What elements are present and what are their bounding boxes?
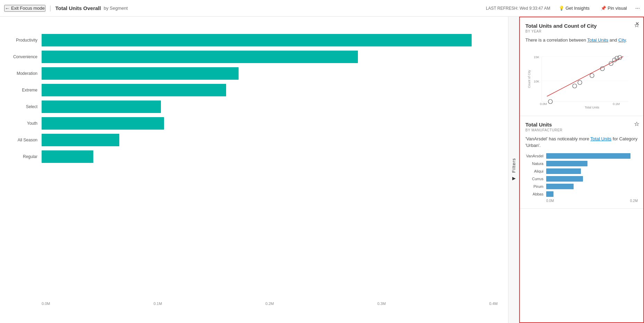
exit-focus-label: Exit Focus mode bbox=[11, 6, 45, 11]
svg-text:10K: 10K bbox=[534, 80, 539, 83]
mini-bar-label: Natura bbox=[525, 162, 546, 166]
x-tick: 0.3M bbox=[377, 302, 386, 306]
bar-container bbox=[42, 67, 498, 80]
x-tick: 0.4M bbox=[489, 302, 498, 306]
card1-highlight1: Total Units bbox=[587, 37, 608, 43]
svg-text:Count of City: Count of City bbox=[527, 70, 531, 88]
x-axis: 0.0M0.1M0.2M0.3M0.4M bbox=[10, 302, 498, 306]
bar-fill bbox=[42, 34, 472, 46]
mini-bar-container bbox=[546, 168, 638, 174]
card1-description: There is a correlation between Total Uni… bbox=[525, 37, 638, 44]
mini-bar-fill bbox=[546, 184, 574, 189]
last-refresh-label: LAST REFRESH: Wed 9:33:47 AM bbox=[486, 6, 550, 11]
bar-container bbox=[42, 117, 498, 130]
insights-panel: × Total Units and Count of City BY YEAR … bbox=[519, 17, 644, 323]
bar-row: Select bbox=[10, 101, 498, 113]
bar-row: Extreme bbox=[10, 84, 498, 96]
bar-label: Select bbox=[10, 104, 42, 109]
mini-bar-container bbox=[546, 161, 638, 166]
bar-label: Moderation bbox=[10, 71, 42, 76]
mini-bar-container bbox=[546, 153, 638, 159]
bar-chart-container: Productivity Convenience Moderation Extr… bbox=[10, 24, 498, 316]
card2-subtitle: BY MANUFACTURER bbox=[525, 128, 629, 132]
svg-point-13 bbox=[578, 80, 582, 85]
filters-sidebar[interactable]: ◀ Filters bbox=[508, 17, 519, 323]
bar-row: Regular bbox=[10, 150, 498, 163]
mini-bar-container bbox=[546, 184, 638, 189]
back-arrow-icon: ← bbox=[5, 6, 10, 11]
card1-subtitle: BY YEAR bbox=[525, 29, 629, 33]
bar-label: Extreme bbox=[10, 88, 42, 93]
card2-pin-button[interactable] bbox=[634, 122, 639, 128]
bar-container bbox=[42, 51, 498, 63]
more-options-button[interactable]: ··· bbox=[635, 5, 640, 11]
page-subtitle: by Segment bbox=[104, 6, 128, 11]
mini-bar-label: Pirum bbox=[525, 184, 546, 189]
header-right: LAST REFRESH: Wed 9:33:47 AM 💡 Get Insig… bbox=[486, 4, 640, 12]
bar-container bbox=[42, 150, 498, 163]
card2-title: Total Units bbox=[525, 122, 629, 128]
mini-bar-fill bbox=[546, 153, 630, 159]
mini-bar-row: Natura bbox=[525, 161, 638, 166]
chart-area: Productivity Convenience Moderation Extr… bbox=[0, 17, 508, 323]
mini-bar-row: Pirum bbox=[525, 184, 638, 189]
bar-row: Convenience bbox=[10, 51, 498, 63]
filter-icon: ◀ bbox=[511, 176, 516, 182]
header-separator: | bbox=[50, 5, 51, 12]
get-insights-button[interactable]: 💡 Get Insights bbox=[556, 4, 592, 12]
scatter-svg: Count of City 15K 10K Total Units 0.0M 0… bbox=[525, 48, 638, 110]
svg-text:0.0M: 0.0M bbox=[540, 102, 547, 106]
bar-label: All Season bbox=[10, 138, 42, 142]
bar-container bbox=[42, 134, 498, 146]
bar-fill bbox=[42, 84, 226, 96]
x-tick: 0.2M bbox=[265, 302, 274, 306]
bar-label: Convenience bbox=[10, 54, 42, 59]
svg-text:Total Units: Total Units bbox=[585, 106, 600, 109]
main-content: Productivity Convenience Moderation Extr… bbox=[0, 17, 644, 323]
mini-bar-label: Abbas bbox=[525, 192, 546, 196]
svg-point-12 bbox=[573, 84, 577, 88]
bar-fill bbox=[42, 150, 93, 163]
svg-line-10 bbox=[547, 56, 623, 96]
bar-row: Moderation bbox=[10, 67, 498, 80]
bar-row: Productivity bbox=[10, 34, 498, 46]
card1-highlight2: City bbox=[618, 37, 626, 43]
mini-bar-label: Aliqui bbox=[525, 169, 546, 173]
mini-bar-row: Currus bbox=[525, 176, 638, 182]
insight-card-1: Total Units and Count of City BY YEAR Th… bbox=[520, 17, 643, 116]
bar-container bbox=[42, 84, 498, 96]
bar-fill bbox=[42, 101, 161, 113]
bar-fill bbox=[42, 117, 164, 130]
card1-title: Total Units and Count of City bbox=[525, 23, 629, 29]
close-panel-button[interactable]: × bbox=[635, 20, 639, 27]
pin-icon: 📌 bbox=[601, 6, 606, 11]
header: ← Exit Focus mode | Total Units Overall … bbox=[0, 0, 644, 17]
svg-text:15K: 15K bbox=[534, 55, 539, 59]
filters-text-label: Filters bbox=[511, 158, 516, 173]
scatter-chart: Count of City 15K 10K Total Units 0.0M 0… bbox=[525, 48, 638, 110]
mini-bar-fill bbox=[546, 176, 583, 182]
bars-container: Productivity Convenience Moderation Extr… bbox=[10, 34, 498, 167]
mini-bar-label: Currus bbox=[525, 177, 546, 181]
svg-point-14 bbox=[590, 73, 594, 78]
card2-description: 'VanArsdel' has noticeably more Total Un… bbox=[525, 136, 638, 149]
mini-bar-container bbox=[546, 191, 638, 197]
bar-row: Youth bbox=[10, 117, 498, 130]
mini-bar-fill bbox=[546, 161, 587, 166]
pin-visual-button[interactable]: 📌 Pin visual bbox=[598, 4, 630, 12]
mini-x-tick: 0.2M bbox=[630, 199, 638, 203]
mini-x-axis: 0.0M0.2M bbox=[525, 199, 638, 203]
exit-focus-button[interactable]: ← Exit Focus mode bbox=[4, 5, 45, 12]
x-tick: 0.1M bbox=[154, 302, 162, 306]
mini-bar-row: Abbas bbox=[525, 191, 638, 197]
header-left: ← Exit Focus mode | Total Units Overall … bbox=[4, 5, 483, 12]
bar-fill bbox=[42, 67, 239, 80]
mini-x-tick: 0.0M bbox=[546, 199, 554, 203]
bar-label: Regular bbox=[10, 154, 42, 159]
svg-text:0.1M: 0.1M bbox=[613, 102, 620, 106]
x-tick: 0.0M bbox=[42, 302, 50, 306]
insight-card-2: Total Units BY MANUFACTURER 'VanArsdel' … bbox=[520, 116, 643, 209]
lightbulb-icon: 💡 bbox=[559, 6, 564, 11]
filters-label: ◀ Filters bbox=[511, 158, 516, 182]
bar-container bbox=[42, 34, 498, 46]
